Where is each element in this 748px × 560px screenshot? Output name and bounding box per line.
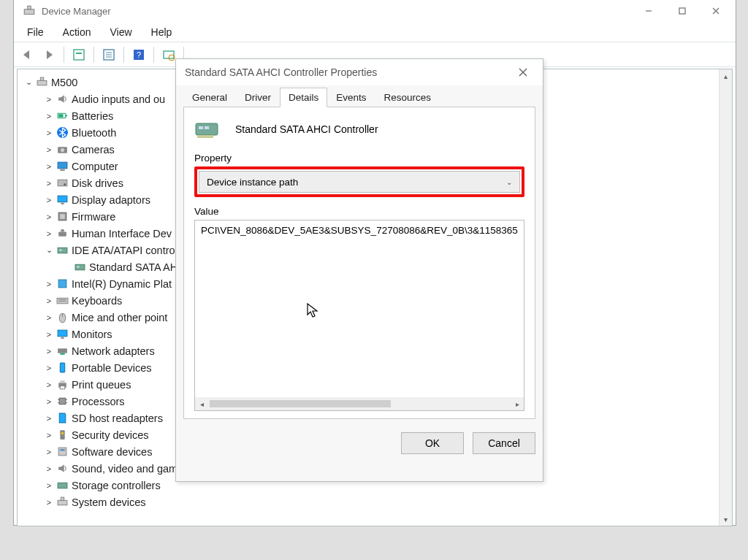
firmware-icon — [56, 210, 69, 223]
expand-icon[interactable]: > — [44, 380, 54, 389]
tab-driver[interactable]: Driver — [236, 88, 280, 107]
scroll-left-icon[interactable]: ◂ — [195, 400, 208, 408]
value-listbox[interactable]: PCI\VEN_8086&DEV_5AE3&SUBSYS_72708086&RE… — [194, 220, 524, 411]
properties-dialog: Standard SATA AHCI Controller Properties… — [175, 58, 543, 482]
tree-label: Keyboards — [72, 295, 122, 307]
expand-icon[interactable]: > — [44, 296, 54, 305]
svg-rect-45 — [61, 337, 64, 339]
maximize-button[interactable] — [665, 0, 699, 22]
value-text[interactable]: PCI\VEN_8086&DEV_5AE3&SUBSYS_72708086&RE… — [201, 225, 518, 236]
expand-icon[interactable]: > — [44, 196, 54, 204]
expand-icon[interactable]: > — [44, 129, 54, 137]
scroll-track[interactable] — [720, 83, 732, 513]
svg-rect-35 — [59, 249, 61, 250]
expand-icon[interactable]: > — [44, 112, 54, 120]
mouse-icon — [56, 311, 69, 324]
back-button[interactable] — [18, 46, 36, 64]
expand-icon[interactable]: ⌄ — [44, 245, 54, 255]
tree-label: Network adapters — [72, 345, 155, 357]
expand-icon[interactable]: > — [44, 347, 54, 356]
tab-body: Standard SATA AHCI Controller Property D… — [183, 107, 535, 419]
menu-help[interactable]: Help — [142, 24, 181, 40]
expand-icon[interactable]: > — [44, 145, 54, 154]
expand-icon[interactable]: > — [44, 397, 54, 406]
expand-icon[interactable]: > — [44, 179, 54, 188]
expand-icon[interactable]: > — [44, 498, 54, 507]
tree-label: Standard SATA AH — [89, 261, 178, 273]
svg-text:?: ? — [137, 50, 141, 59]
camera-icon — [56, 143, 69, 156]
scroll-down-icon[interactable]: ▾ — [720, 513, 732, 526]
scroll-thumb[interactable] — [210, 400, 391, 407]
property-selected: Device instance path — [207, 177, 298, 188]
scroll-up-icon[interactable]: ▴ — [720, 69, 732, 83]
app-icon — [23, 4, 36, 18]
svg-rect-47 — [60, 353, 64, 355]
tree-label: Intel(R) Dynamic Plat — [72, 278, 172, 290]
svg-rect-17 — [40, 77, 43, 80]
tab-details[interactable]: Details — [280, 88, 327, 107]
device-card-icon — [194, 118, 224, 141]
ide-icon — [73, 261, 86, 274]
tree-label: Disk drives — [72, 177, 123, 189]
svg-rect-37 — [77, 266, 79, 267]
svg-point-23 — [60, 148, 64, 152]
svg-rect-1 — [28, 6, 31, 9]
storage-icon — [56, 479, 69, 492]
expand-icon[interactable]: > — [44, 481, 54, 490]
expand-icon[interactable]: > — [44, 330, 54, 339]
svg-rect-68 — [205, 126, 209, 129]
show-hidden-button[interactable] — [70, 46, 88, 64]
svg-rect-0 — [24, 9, 34, 15]
svg-rect-33 — [61, 229, 64, 231]
svg-rect-60 — [60, 449, 64, 450]
hid-icon — [56, 227, 69, 240]
tree-label: Human Interface Dev — [72, 228, 172, 239]
svg-rect-67 — [199, 126, 203, 129]
tree-label: Cameras — [72, 144, 115, 156]
expand-icon[interactable]: ⌄ — [23, 77, 34, 87]
ok-button[interactable]: OK — [401, 432, 464, 454]
close-button[interactable] — [699, 0, 733, 22]
expand-icon[interactable]: > — [44, 414, 54, 423]
expand-icon[interactable]: > — [44, 464, 54, 473]
tree-label: Bluetooth — [72, 127, 116, 139]
expand-icon[interactable]: > — [44, 229, 54, 238]
tree-item[interactable]: >System devices — [20, 494, 729, 510]
portable-icon — [56, 361, 69, 375]
svg-rect-59 — [58, 448, 66, 456]
tab-resources[interactable]: Resources — [375, 88, 440, 107]
property-dropdown[interactable]: Device instance path ⌄ — [199, 171, 520, 193]
expand-icon[interactable]: > — [44, 313, 54, 322]
expand-icon[interactable]: > — [44, 95, 54, 104]
tab-events[interactable]: Events — [327, 88, 375, 107]
toolbar-sep — [94, 47, 94, 63]
expand-icon[interactable]: > — [44, 364, 54, 372]
close-icon[interactable] — [512, 61, 534, 83]
svg-rect-46 — [58, 348, 67, 353]
value-hscrollbar[interactable]: ◂ ▸ — [195, 397, 524, 410]
tab-general[interactable]: General — [183, 88, 236, 107]
tree-scrollbar[interactable]: ▴ ▾ — [719, 69, 732, 526]
menu-action[interactable]: Action — [54, 24, 100, 40]
tree-label: Software devices — [72, 446, 152, 458]
svg-rect-63 — [61, 497, 64, 500]
scroll-right-icon[interactable]: ▸ — [511, 400, 524, 408]
expand-icon[interactable]: > — [44, 212, 54, 221]
svg-rect-32 — [58, 231, 66, 236]
svg-rect-61 — [58, 483, 67, 488]
help-button[interactable]: ? — [130, 46, 148, 64]
menu-file[interactable]: File — [18, 24, 53, 40]
menu-view[interactable]: View — [101, 24, 140, 40]
svg-rect-24 — [58, 162, 67, 169]
tree-label: Storage controllers — [72, 480, 161, 491]
expand-icon[interactable]: > — [44, 448, 54, 456]
expand-icon[interactable]: > — [44, 431, 54, 440]
svg-rect-62 — [58, 500, 67, 505]
forward-button[interactable] — [40, 46, 58, 64]
expand-icon[interactable]: > — [44, 162, 54, 171]
expand-icon[interactable]: > — [44, 280, 54, 288]
minimize-button[interactable] — [632, 0, 665, 22]
cancel-button[interactable]: Cancel — [473, 432, 535, 454]
properties-button[interactable] — [100, 46, 118, 64]
